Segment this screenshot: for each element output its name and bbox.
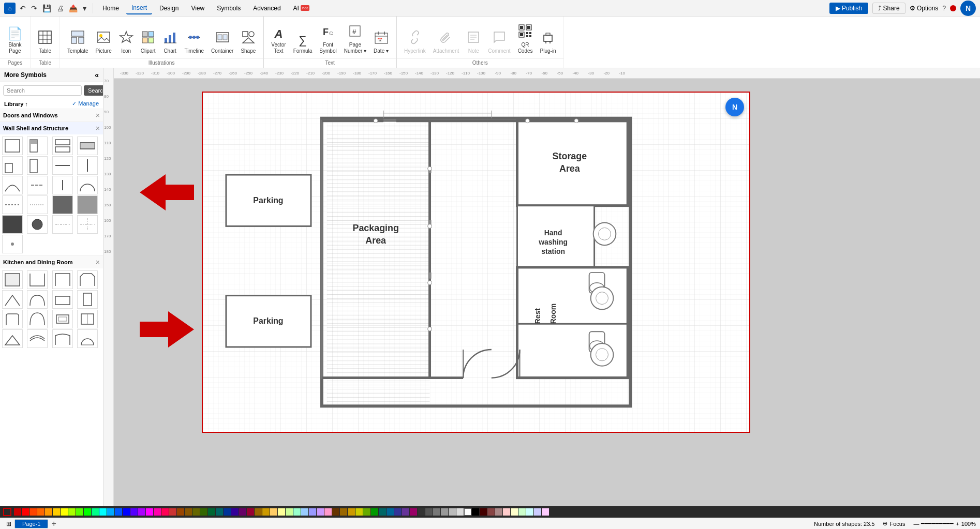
ribbon-shape[interactable]: Shape xyxy=(237,28,259,56)
color-swatch-63[interactable] xyxy=(511,508,518,516)
color-swatch-54[interactable] xyxy=(425,508,433,516)
color-swatch-41[interactable] xyxy=(324,508,332,516)
wall-symbol-7[interactable] xyxy=(52,156,73,175)
kitchen-symbol-9[interactable] xyxy=(2,310,23,328)
undo-button[interactable]: ↶ xyxy=(18,3,28,13)
search-input[interactable] xyxy=(3,85,82,96)
ribbon-picture[interactable]: Picture xyxy=(93,28,115,56)
color-swatch-7[interactable] xyxy=(61,508,68,516)
ribbon-page-number[interactable]: # PageNumber ▾ xyxy=(341,22,369,56)
wall-symbol-2[interactable] xyxy=(27,137,48,155)
color-swatch-39[interactable] xyxy=(309,508,316,516)
color-swatch-42[interactable] xyxy=(332,508,339,516)
color-swatch-45[interactable] xyxy=(355,508,363,516)
wall-symbol-14[interactable] xyxy=(27,195,48,214)
kitchen-symbol-15[interactable] xyxy=(52,329,73,348)
ribbon-qr-codes[interactable]: QRCodes xyxy=(515,22,536,56)
redo-button[interactable]: ↷ xyxy=(29,3,39,13)
color-swatch-28[interactable] xyxy=(224,508,231,516)
kitchen-symbol-2[interactable] xyxy=(27,270,48,289)
ribbon-container[interactable]: Container xyxy=(208,28,236,56)
menu-insert[interactable]: Insert xyxy=(126,2,152,14)
color-border-swatch[interactable] xyxy=(3,508,11,516)
color-swatch-66[interactable] xyxy=(534,508,541,516)
ribbon-clipart[interactable]: Clipart xyxy=(138,28,159,56)
wall-symbol-1[interactable] xyxy=(2,137,23,155)
ribbon-attachment[interactable]: Attachment xyxy=(430,28,463,56)
wall-symbol-16[interactable] xyxy=(77,195,98,214)
color-swatch-10[interactable] xyxy=(84,508,91,516)
color-swatch-13[interactable] xyxy=(107,508,114,516)
share-button[interactable]: ⤴ Share xyxy=(872,3,905,14)
ribbon-date[interactable]: 📅 Date ▾ xyxy=(370,28,392,56)
color-swatch-62[interactable] xyxy=(503,508,510,516)
color-swatch-37[interactable] xyxy=(293,508,301,516)
kitchen-symbol-7[interactable] xyxy=(52,290,73,309)
color-swatch-8[interactable] xyxy=(68,508,76,516)
home-icon[interactable]: ⌂ xyxy=(4,3,16,14)
wall-symbol-10[interactable] xyxy=(27,176,48,194)
kitchen-symbol-6[interactable] xyxy=(27,290,48,309)
color-swatch-20[interactable] xyxy=(161,508,169,516)
color-swatch-35[interactable] xyxy=(278,508,285,516)
color-swatch-2[interactable] xyxy=(22,508,29,516)
color-swatch-6[interactable] xyxy=(53,508,60,516)
zoom-slider[interactable]: ━━━━━━━━━ xyxy=(921,520,954,527)
color-swatch-36[interactable] xyxy=(286,508,293,516)
color-swatch-44[interactable] xyxy=(348,508,355,516)
color-swatch-64[interactable] xyxy=(518,508,526,516)
ribbon-table[interactable]: Table xyxy=(35,28,55,56)
wall-symbol-19[interactable] xyxy=(52,215,73,234)
ribbon-comment[interactable]: Comment xyxy=(485,28,513,56)
color-swatch-11[interactable] xyxy=(92,508,99,516)
wall-symbol-8[interactable] xyxy=(77,156,98,175)
wall-symbol-4[interactable] xyxy=(77,137,98,155)
canvas-page[interactable]: Packaging Area Storage Area Hand washing… xyxy=(202,92,750,433)
doors-windows-header[interactable]: Doors and Windows × xyxy=(0,109,103,122)
wall-shell-close[interactable]: × xyxy=(96,124,100,132)
color-swatch-12[interactable] xyxy=(99,508,107,516)
color-swatch-white[interactable] xyxy=(464,508,471,516)
color-swatch-9[interactable] xyxy=(76,508,83,516)
color-swatch-65[interactable] xyxy=(526,508,533,516)
color-swatch-32[interactable] xyxy=(255,508,262,516)
color-swatch-22[interactable] xyxy=(177,508,184,516)
kitchen-symbol-16[interactable] xyxy=(77,329,98,348)
color-swatch-29[interactable] xyxy=(231,508,239,516)
color-swatch-52[interactable] xyxy=(410,508,417,516)
color-swatch-49[interactable] xyxy=(387,508,394,516)
wall-symbol-5[interactable] xyxy=(2,156,23,175)
wall-symbol-18[interactable] xyxy=(27,215,48,234)
color-swatch-18[interactable] xyxy=(146,508,153,516)
color-swatch-47[interactable] xyxy=(371,508,378,516)
save-button[interactable]: 💾 xyxy=(40,3,53,13)
search-button[interactable]: Search xyxy=(84,85,103,96)
wall-symbol-20[interactable] xyxy=(77,215,98,234)
color-swatch-23[interactable] xyxy=(185,508,192,516)
user-avatar[interactable]: N xyxy=(960,1,976,16)
menu-symbols[interactable]: Symbols xyxy=(212,3,246,14)
kitchen-symbol-4[interactable] xyxy=(77,270,98,289)
page-tab-1[interactable]: Page-1 xyxy=(14,519,48,528)
color-swatch-58[interactable] xyxy=(456,508,464,516)
kitchen-dining-header[interactable]: Kitchen and Dining Room × xyxy=(0,256,103,268)
pages-toggle[interactable]: ⊞ xyxy=(4,519,13,528)
close-button[interactable] xyxy=(950,5,956,11)
menu-home[interactable]: Home xyxy=(97,3,124,14)
color-swatch-40[interactable] xyxy=(317,508,324,516)
wall-shell-header[interactable]: Wall Shell and Structure × xyxy=(0,122,103,134)
ribbon-chart[interactable]: Chart xyxy=(160,28,181,56)
color-swatch-50[interactable] xyxy=(394,508,402,516)
color-swatch-55[interactable] xyxy=(433,508,440,516)
color-swatch-61[interactable] xyxy=(495,508,502,516)
help-button[interactable]: ? xyxy=(942,5,946,12)
ribbon-blank-page[interactable]: 📄 BlankPage xyxy=(4,24,26,56)
kitchen-symbol-11[interactable] xyxy=(52,310,73,328)
color-swatch-4[interactable] xyxy=(37,508,44,516)
wall-symbol-17[interactable] xyxy=(2,215,23,234)
kitchen-symbol-12[interactable] xyxy=(77,310,98,328)
color-swatch-31[interactable] xyxy=(247,508,254,516)
kitchen-symbol-10[interactable] xyxy=(27,310,48,328)
color-swatch-26[interactable] xyxy=(208,508,215,516)
zoom-in-button[interactable]: + xyxy=(956,521,959,527)
